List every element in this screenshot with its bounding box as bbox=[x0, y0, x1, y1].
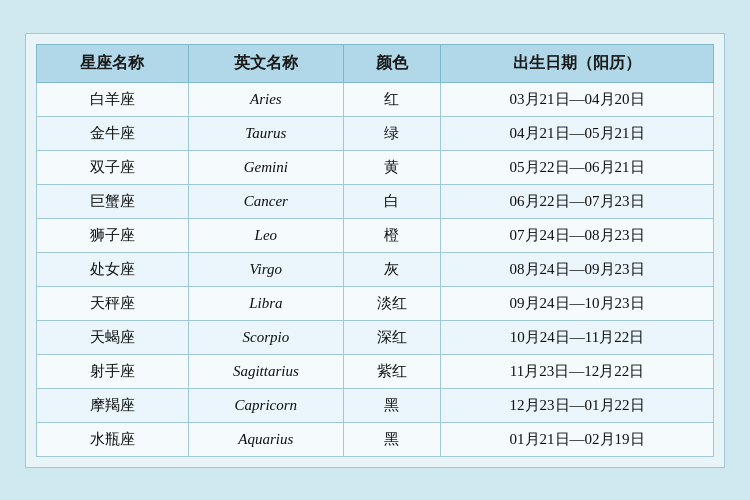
cell-5-0: 处女座 bbox=[37, 252, 189, 286]
cell-2-0: 双子座 bbox=[37, 150, 189, 184]
cell-8-0: 射手座 bbox=[37, 354, 189, 388]
cell-6-1: Libra bbox=[188, 286, 343, 320]
table-row: 巨蟹座Cancer白06月22日—07月23日 bbox=[37, 184, 714, 218]
cell-10-0: 水瓶座 bbox=[37, 422, 189, 456]
table-row: 狮子座Leo橙07月24日—08月23日 bbox=[37, 218, 714, 252]
cell-0-1: Aries bbox=[188, 82, 343, 116]
cell-2-2: 黄 bbox=[343, 150, 440, 184]
cell-9-1: Capricorn bbox=[188, 388, 343, 422]
column-header: 出生日期（阳历） bbox=[441, 44, 714, 82]
cell-8-2: 紫红 bbox=[343, 354, 440, 388]
cell-7-1: Scorpio bbox=[188, 320, 343, 354]
cell-3-0: 巨蟹座 bbox=[37, 184, 189, 218]
cell-2-1: Gemini bbox=[188, 150, 343, 184]
cell-5-3: 08月24日—09月23日 bbox=[441, 252, 714, 286]
table-header-row: 星座名称英文名称颜色出生日期（阳历） bbox=[37, 44, 714, 82]
cell-7-3: 10月24日—11月22日 bbox=[441, 320, 714, 354]
cell-3-3: 06月22日—07月23日 bbox=[441, 184, 714, 218]
cell-1-1: Taurus bbox=[188, 116, 343, 150]
cell-5-1: Virgo bbox=[188, 252, 343, 286]
table-row: 处女座Virgo灰08月24日—09月23日 bbox=[37, 252, 714, 286]
cell-1-0: 金牛座 bbox=[37, 116, 189, 150]
table-row: 射手座Sagittarius紫红11月23日—12月22日 bbox=[37, 354, 714, 388]
zodiac-table: 星座名称英文名称颜色出生日期（阳历） 白羊座Aries红03月21日—04月20… bbox=[36, 44, 714, 457]
table-row: 金牛座Taurus绿04月21日—05月21日 bbox=[37, 116, 714, 150]
cell-4-2: 橙 bbox=[343, 218, 440, 252]
table-row: 水瓶座Aquarius黑01月21日—02月19日 bbox=[37, 422, 714, 456]
cell-9-2: 黑 bbox=[343, 388, 440, 422]
cell-1-3: 04月21日—05月21日 bbox=[441, 116, 714, 150]
cell-0-0: 白羊座 bbox=[37, 82, 189, 116]
cell-6-2: 淡红 bbox=[343, 286, 440, 320]
cell-1-2: 绿 bbox=[343, 116, 440, 150]
cell-8-1: Sagittarius bbox=[188, 354, 343, 388]
cell-8-3: 11月23日—12月22日 bbox=[441, 354, 714, 388]
zodiac-table-container: 星座名称英文名称颜色出生日期（阳历） 白羊座Aries红03月21日—04月20… bbox=[25, 33, 725, 468]
cell-10-2: 黑 bbox=[343, 422, 440, 456]
table-row: 白羊座Aries红03月21日—04月20日 bbox=[37, 82, 714, 116]
cell-6-3: 09月24日—10月23日 bbox=[441, 286, 714, 320]
table-row: 摩羯座Capricorn黑12月23日—01月22日 bbox=[37, 388, 714, 422]
cell-3-2: 白 bbox=[343, 184, 440, 218]
cell-0-3: 03月21日—04月20日 bbox=[441, 82, 714, 116]
cell-10-3: 01月21日—02月19日 bbox=[441, 422, 714, 456]
column-header: 颜色 bbox=[343, 44, 440, 82]
cell-7-2: 深红 bbox=[343, 320, 440, 354]
cell-9-3: 12月23日—01月22日 bbox=[441, 388, 714, 422]
table-row: 双子座Gemini黄05月22日—06月21日 bbox=[37, 150, 714, 184]
cell-7-0: 天蝎座 bbox=[37, 320, 189, 354]
cell-10-1: Aquarius bbox=[188, 422, 343, 456]
table-row: 天蝎座Scorpio深红10月24日—11月22日 bbox=[37, 320, 714, 354]
cell-6-0: 天秤座 bbox=[37, 286, 189, 320]
cell-3-1: Cancer bbox=[188, 184, 343, 218]
cell-2-3: 05月22日—06月21日 bbox=[441, 150, 714, 184]
table-body: 白羊座Aries红03月21日—04月20日金牛座Taurus绿04月21日—0… bbox=[37, 82, 714, 456]
cell-4-1: Leo bbox=[188, 218, 343, 252]
cell-0-2: 红 bbox=[343, 82, 440, 116]
column-header: 星座名称 bbox=[37, 44, 189, 82]
cell-9-0: 摩羯座 bbox=[37, 388, 189, 422]
column-header: 英文名称 bbox=[188, 44, 343, 82]
table-row: 天秤座Libra淡红09月24日—10月23日 bbox=[37, 286, 714, 320]
cell-4-0: 狮子座 bbox=[37, 218, 189, 252]
cell-4-3: 07月24日—08月23日 bbox=[441, 218, 714, 252]
cell-5-2: 灰 bbox=[343, 252, 440, 286]
